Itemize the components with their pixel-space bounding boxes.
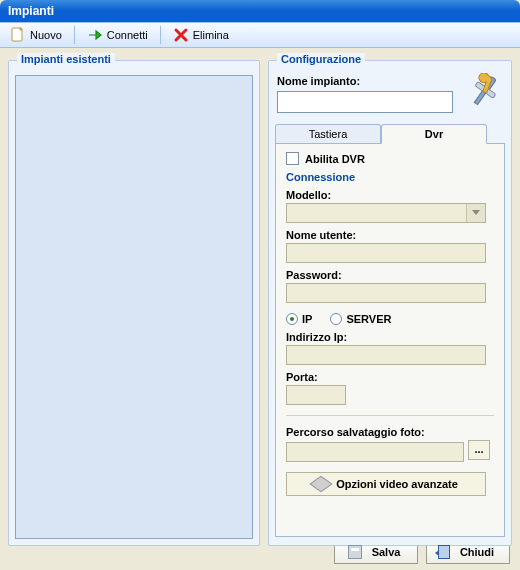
divider [286, 415, 494, 416]
tab-tastiera-label: Tastiera [309, 128, 348, 140]
radio-ip-label: IP [302, 313, 312, 325]
toolbar-separator [74, 26, 75, 44]
salva-label: Salva [372, 546, 401, 558]
configurazione-group: Configurazione Nome impianto: Tastiera D… [268, 60, 512, 546]
browse-button[interactable]: ... [468, 440, 490, 460]
exit-icon [438, 545, 450, 559]
indirizzo-ip-label: Indirizzo Ip: [286, 331, 494, 343]
percorso-foto-label: Percorso salvataggio foto: [286, 426, 494, 438]
abilita-dvr-checkbox[interactable]: Abilita DVR [286, 152, 494, 165]
toolbar-nuovo-label: Nuovo [30, 29, 62, 41]
connection-type-radio-group: IP SERVER [286, 313, 494, 325]
configurazione-title: Configurazione [277, 53, 365, 65]
svg-rect-3 [474, 91, 485, 105]
content-area: Impianti esistenti Configurazione Nome i… [0, 48, 520, 534]
tab-strip: Tastiera Dvr [275, 123, 505, 143]
nome-impianto-label: Nome impianto: [277, 75, 360, 87]
chevron-down-icon [472, 210, 480, 215]
opzioni-video-avanzate-button[interactable]: Opzioni video avanzate [286, 472, 486, 496]
abilita-dvr-label: Abilita DVR [305, 153, 365, 165]
porta-label: Porta: [286, 371, 494, 383]
radio-icon [286, 313, 298, 325]
indirizzo-ip-input[interactable] [286, 345, 486, 365]
radio-server-label: SERVER [346, 313, 391, 325]
percorso-foto-input[interactable] [286, 442, 464, 462]
toolbar: Nuovo Connetti Elimina [0, 22, 520, 48]
window-titlebar: Impianti [0, 0, 520, 22]
nome-utente-input[interactable] [286, 243, 486, 263]
window-title: Impianti [8, 4, 54, 18]
connect-icon [87, 27, 103, 43]
percorso-foto-row: ... [286, 440, 494, 462]
connessione-title: Connessione [286, 171, 494, 183]
checkbox-icon [286, 152, 299, 165]
impianti-esistenti-title: Impianti esistenti [17, 53, 115, 65]
delete-icon [173, 27, 189, 43]
cube-icon [310, 476, 333, 492]
tab-dvr-label: Dvr [425, 128, 443, 140]
nome-impianto-input[interactable] [277, 91, 453, 113]
impianti-esistenti-group: Impianti esistenti [8, 60, 260, 546]
chiudi-label: Chiudi [460, 546, 494, 558]
password-label: Password: [286, 269, 494, 281]
radio-ip[interactable]: IP [286, 313, 312, 325]
impianti-listbox[interactable] [15, 75, 253, 539]
radio-icon [330, 313, 342, 325]
password-input[interactable] [286, 283, 486, 303]
new-icon [10, 27, 26, 43]
connessione-fields: Modello: Nome utente: Password: IP SERVE… [286, 189, 494, 405]
tab-dvr[interactable]: Dvr [381, 124, 487, 144]
opzioni-video-label: Opzioni video avanzate [336, 478, 458, 490]
tab-tastiera[interactable]: Tastiera [275, 124, 381, 144]
save-icon [348, 545, 362, 559]
settings-icon [465, 73, 503, 111]
toolbar-separator [160, 26, 161, 44]
nome-utente-label: Nome utente: [286, 229, 494, 241]
toolbar-elimina-button[interactable]: Elimina [167, 25, 235, 45]
modello-combobox[interactable] [286, 203, 486, 223]
modello-label: Modello: [286, 189, 494, 201]
tab-page-dvr: Abilita DVR Connessione Modello: Nome ut… [275, 143, 505, 537]
toolbar-connetti-label: Connetti [107, 29, 148, 41]
toolbar-elimina-label: Elimina [193, 29, 229, 41]
toolbar-nuovo-button[interactable]: Nuovo [4, 25, 68, 45]
radio-server[interactable]: SERVER [330, 313, 391, 325]
browse-label: ... [474, 443, 483, 455]
porta-input[interactable] [286, 385, 346, 405]
toolbar-connetti-button[interactable]: Connetti [81, 25, 154, 45]
